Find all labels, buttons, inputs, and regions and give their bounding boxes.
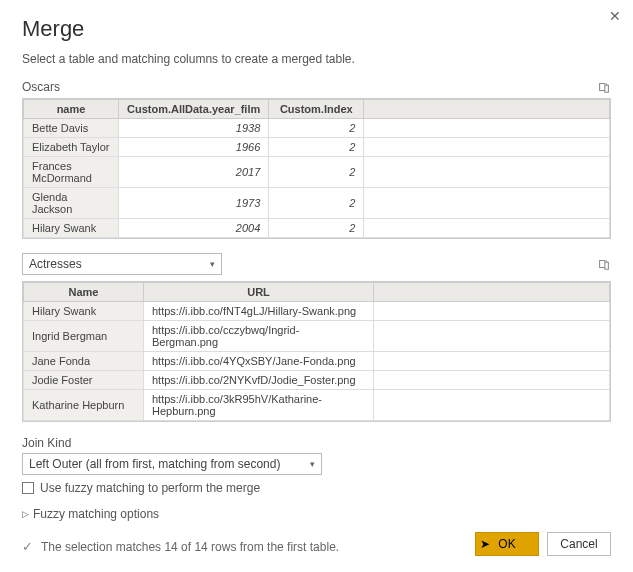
- column-header[interactable]: name: [24, 100, 119, 119]
- column-header[interactable]: Name: [24, 283, 144, 302]
- table-row[interactable]: Ingrid Bergmanhttps://i.ibb.co/cczybwq/I…: [24, 321, 610, 352]
- column-header-blank: [364, 100, 610, 119]
- table-row[interactable]: Hilary Swankhttps://i.ibb.co/fNT4gLJ/Hil…: [24, 302, 610, 321]
- table-row[interactable]: Bette Davis19382: [24, 119, 610, 138]
- table-row[interactable]: Katharine Hepburnhttps://i.ibb.co/3kR95h…: [24, 390, 610, 421]
- refresh-icon[interactable]: [597, 80, 611, 94]
- chevron-down-icon: ▾: [210, 259, 215, 269]
- dialog-subtitle: Select a table and matching columns to c…: [22, 52, 611, 66]
- select-value: Actresses: [29, 257, 82, 271]
- fuzzy-match-checkbox[interactable]: [22, 482, 34, 494]
- fuzzy-options-label: Fuzzy matching options: [33, 507, 159, 521]
- column-header[interactable]: Custom.Index: [269, 100, 364, 119]
- select-value: Left Outer (all from first, matching fro…: [29, 457, 280, 471]
- dialog-title: Merge: [22, 16, 611, 42]
- check-icon: ✓: [22, 539, 33, 554]
- first-table-label: Oscars: [22, 80, 60, 94]
- chevron-right-icon: ▷: [22, 509, 29, 519]
- column-header-blank: [374, 283, 610, 302]
- table-row[interactable]: Hilary Swank20042: [24, 219, 610, 238]
- join-kind-select[interactable]: Left Outer (all from first, matching fro…: [22, 453, 322, 475]
- table-header-row: name Custom.AllData.year_film Custom.Ind…: [24, 100, 610, 119]
- cancel-button[interactable]: Cancel: [547, 532, 611, 556]
- column-header[interactable]: URL: [144, 283, 374, 302]
- fuzzy-options-expander[interactable]: ▷ Fuzzy matching options: [22, 507, 611, 521]
- ok-button[interactable]: ➤ OK: [475, 532, 539, 556]
- cancel-label: Cancel: [560, 537, 597, 551]
- ok-label: OK: [498, 537, 515, 551]
- table-row[interactable]: Jane Fondahttps://i.ibb.co/4YQxSBY/Jane-…: [24, 352, 610, 371]
- merge-dialog: ✕ Merge Select a table and matching colu…: [0, 0, 633, 572]
- refresh-icon[interactable]: [597, 257, 611, 271]
- second-table-preview: Name URL Hilary Swankhttps://i.ibb.co/fN…: [22, 281, 611, 422]
- table-row[interactable]: Glenda Jackson19732: [24, 188, 610, 219]
- second-table-select[interactable]: Actresses ▾: [22, 253, 222, 275]
- column-header[interactable]: Custom.AllData.year_film: [119, 100, 269, 119]
- table-row[interactable]: Frances McDormand20172: [24, 157, 610, 188]
- table-row[interactable]: Elizabeth Taylor19662: [24, 138, 610, 157]
- first-table-preview: name Custom.AllData.year_film Custom.Ind…: [22, 98, 611, 239]
- join-kind-label: Join Kind: [22, 436, 611, 450]
- table-header-row: Name URL: [24, 283, 610, 302]
- status-text: The selection matches 14 of 14 rows from…: [41, 540, 339, 554]
- fuzzy-match-label: Use fuzzy matching to perform the merge: [40, 481, 260, 495]
- chevron-down-icon: ▾: [310, 459, 315, 469]
- cursor-icon: ➤: [480, 537, 490, 551]
- table-row[interactable]: Jodie Fosterhttps://i.ibb.co/2NYKvfD/Jod…: [24, 371, 610, 390]
- close-icon[interactable]: ✕: [609, 8, 621, 24]
